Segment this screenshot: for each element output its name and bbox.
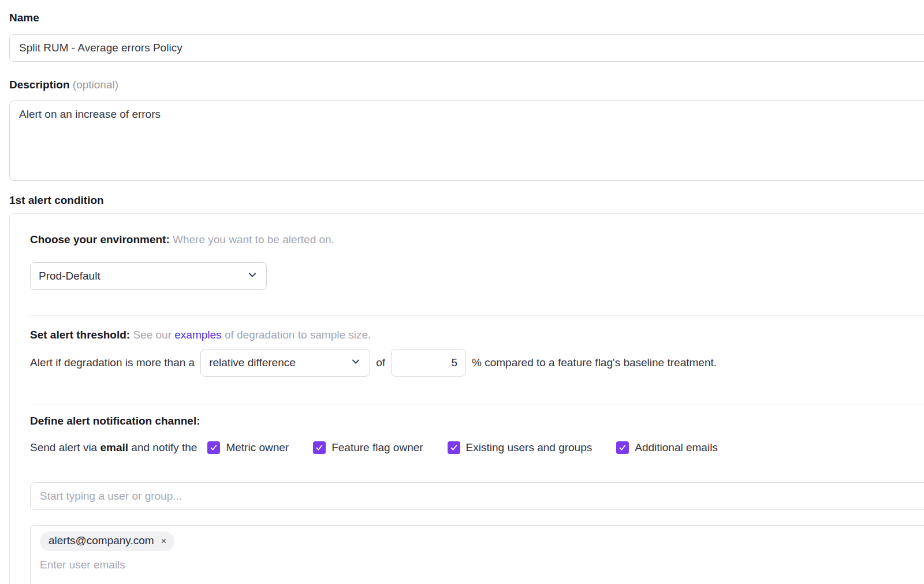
environment-section-label: Choose your environment: Where you want … (30, 233, 924, 246)
send-sentence: Send alert via email and notify the (30, 441, 197, 454)
checkbox-additional-emails[interactable]: Additional emails (616, 441, 718, 454)
email-chip: alerts@company.com × (40, 531, 174, 551)
alert-condition-heading: 1st alert condition (9, 194, 924, 207)
alert-condition-panel: Choose your environment: Where you want … (9, 213, 924, 584)
notify-checkbox-groups: Metric owner Feature flag owner (207, 441, 717, 454)
checkbox-label: Existing users and groups (466, 441, 593, 454)
send-channel: email (100, 441, 128, 453)
of-label: of (376, 356, 385, 369)
threshold-value-input[interactable] (391, 349, 466, 377)
threshold-sentence-prefix: Alert if degradation is more than a (30, 356, 195, 369)
environment-label-text: Choose your environment: (30, 233, 170, 245)
checkbox-metric-owner[interactable]: Metric owner (207, 441, 289, 454)
section-divider (30, 404, 924, 404)
threshold-sentence-suffix: % compared to a feature flag's baseline … (472, 356, 717, 369)
chevron-down-icon (247, 269, 258, 284)
checkbox-checked-icon[interactable] (616, 441, 629, 454)
policy-description-textarea[interactable]: Alert on an increase of errors (9, 101, 924, 181)
threshold-hint-suffix: of degradation to sample size. (225, 329, 371, 341)
name-label: Name (9, 12, 924, 24)
checkbox-checked-icon[interactable] (313, 441, 326, 454)
threshold-hint-prefix: See our (133, 329, 172, 341)
checkbox-label: Feature flag owner (331, 441, 423, 454)
send-prefix: Send alert via (30, 441, 97, 453)
comparison-type-select[interactable]: relative difference (200, 349, 370, 377)
checkbox-feature-flag-owner[interactable]: Feature flag owner (313, 441, 423, 454)
additional-emails-input[interactable]: alerts@company.com × Enter user emails (30, 525, 924, 584)
threshold-label-text: Set alert threshold: (30, 329, 130, 341)
threshold-sentence-row: Alert if degradation is more than a rela… (30, 349, 924, 377)
notification-section-label: Define alert notification channel: (30, 415, 924, 427)
environment-selected-value: Prod-Default (39, 270, 100, 282)
chevron-down-icon (350, 356, 362, 370)
email-chip-text: alerts@company.com (49, 534, 154, 547)
checkbox-checked-icon[interactable] (448, 441, 460, 454)
chip-remove-icon[interactable]: × (161, 536, 167, 546)
section-divider (30, 315, 924, 316)
policy-name-input[interactable] (9, 34, 924, 62)
emails-placeholder-text: Enter user emails (40, 559, 921, 571)
environment-select[interactable]: Prod-Default (30, 262, 267, 290)
checkbox-label: Metric owner (226, 441, 289, 454)
alert-policy-form: Name Description (optional) Alert on an … (0, 0, 924, 584)
checkbox-existing-users-groups[interactable]: Existing users and groups (448, 441, 593, 454)
description-optional-text: (optional) (73, 79, 118, 91)
description-label: Description (optional) (9, 79, 924, 91)
send-suffix: and notify the (131, 441, 197, 453)
checkbox-label: Additional emails (635, 441, 718, 454)
description-label-text: Description (9, 79, 70, 91)
threshold-section-label: Set alert threshold: See our examples of… (30, 329, 924, 341)
environment-hint-text: Where you want to be alerted on. (173, 233, 334, 245)
comparison-selected-value: relative difference (209, 356, 296, 369)
notification-send-row: Send alert via email and notify the Metr… (30, 441, 924, 454)
user-group-search-input[interactable] (30, 482, 924, 510)
examples-link[interactable]: examples (174, 329, 221, 341)
checkbox-checked-icon[interactable] (207, 441, 220, 454)
